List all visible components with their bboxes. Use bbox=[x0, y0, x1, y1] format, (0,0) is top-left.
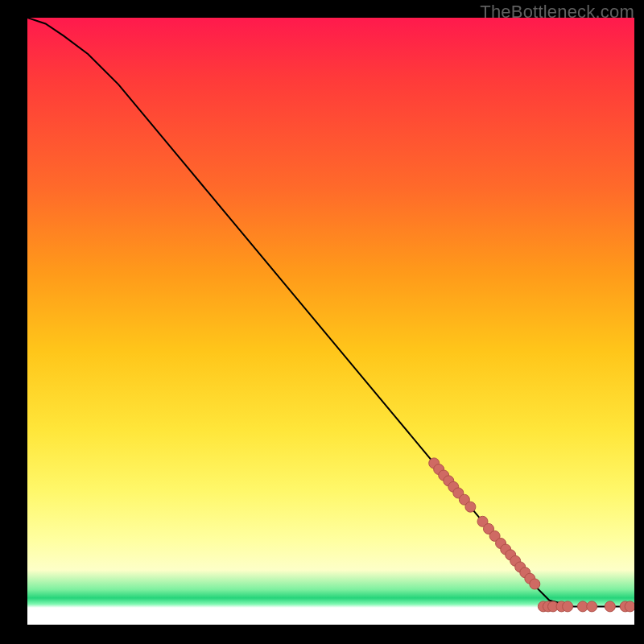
scatter-markers bbox=[429, 458, 634, 612]
data-marker bbox=[587, 601, 597, 612]
data-marker bbox=[563, 601, 573, 612]
data-marker bbox=[465, 502, 476, 512]
data-marker bbox=[605, 601, 615, 612]
data-marker bbox=[530, 579, 540, 589]
chart-frame bbox=[27, 18, 634, 625]
chart-svg bbox=[27, 18, 634, 625]
curve-path bbox=[27, 18, 634, 606]
data-marker bbox=[625, 601, 634, 612]
watermark-text: TheBottleneck.com bbox=[480, 2, 634, 23]
